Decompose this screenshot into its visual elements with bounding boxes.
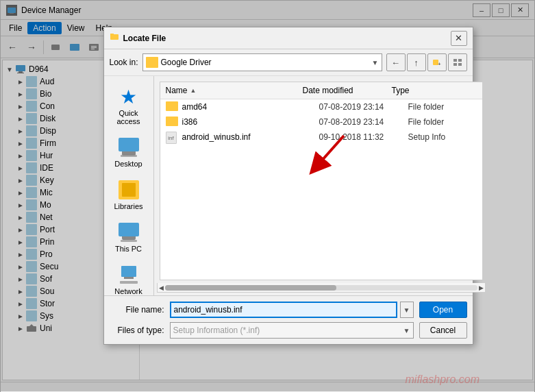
file-date-i386: 07-08-2019 23:14 [319,117,408,127]
sidebar-quick-access[interactable]: ★ Quick access [104,82,153,130]
column-name[interactable]: Name ▲ [160,84,297,97]
locate-file-dialog: Locate File ✕ Look in: Google Driver ▼ ←… [103,27,473,345]
filetype-dropdown[interactable]: Setup Information (*.inf) ▼ [170,322,414,339]
scrollbar-track[interactable] [165,285,477,291]
dialog-overlay: Locate File ✕ Look in: Google Driver ▼ ←… [1,1,534,391]
svg-text:+: + [438,61,441,67]
lookin-value: Google Driver [161,58,369,67]
sort-arrow: ▲ [190,87,197,94]
nav-new-folder-button[interactable]: + [427,53,447,71]
filetype-label: Files of type: [110,326,164,335]
sidebar-network[interactable]: Network [104,260,153,299]
dialog-sidebar: ★ Quick access Desktop [104,76,154,295]
file-name-amd64: amd64 [182,102,319,112]
sidebar-this-pc[interactable]: This PC [104,217,153,257]
sidebar-this-pc-label: This PC [115,245,142,253]
dialog-nav-buttons: ← ↑ + [386,53,467,71]
dialog-title-text: Locate File [123,34,451,43]
sidebar-network-label: Network [114,287,142,295]
cancel-button[interactable]: Cancel [419,322,467,339]
file-type-i386: File folder [408,117,477,127]
file-type-amd64: File folder [408,102,477,112]
column-date[interactable]: Date modified [297,84,386,97]
file-item-i386[interactable]: i386 07-08-2019 23:14 File folder [160,114,482,130]
inf-file-icon: inf [166,132,178,143]
nav-up-button[interactable]: ↑ [407,53,426,71]
nav-back-button[interactable]: ← [386,53,406,71]
scroll-right-arrow[interactable]: ▶ [479,284,484,291]
sidebar-libraries[interactable]: Libraries [104,175,153,215]
sidebar-libraries-label: Libraries [114,202,142,210]
folder-icon-i386 [166,117,178,127]
svg-rect-18 [453,59,457,62]
dialog-title-bar: Locate File ✕ [104,27,473,49]
filename-label: File name: [110,305,164,315]
sidebar-desktop-label: Desktop [114,160,142,168]
file-list-header: Name ▲ Date modified Type [160,82,482,99]
file-list: Name ▲ Date modified Type amd64 [160,82,483,280]
filetype-dropdown-arrow: ▼ [403,327,410,334]
file-type-android-winusb: Setup Info [408,132,477,142]
lookin-dropdown-arrow: ▼ [372,59,379,66]
file-item-amd64[interactable]: amd64 07-08-2019 23:14 File folder [160,99,482,114]
lookin-label: Look in: [110,58,138,67]
network-icon [118,264,140,286]
scroll-left-arrow[interactable]: ◀ [159,284,164,291]
filetype-row: Files of type: Setup Information (*.inf)… [110,322,467,339]
dialog-body: ★ Quick access Desktop [104,76,473,295]
svg-rect-21 [458,63,462,66]
dialog-icon [110,32,119,44]
folder-icon-amd64 [166,101,178,112]
svg-rect-14 [110,34,119,40]
desktop-icon [118,136,140,158]
svg-rect-20 [453,63,457,66]
folder-icon [146,57,158,68]
file-date-android-winusb: 09-10-2018 11:32 [319,132,408,142]
sidebar-desktop[interactable]: Desktop [104,132,153,172]
open-button[interactable]: Open [419,302,467,318]
this-pc-icon [118,221,140,243]
file-item-android-winusb[interactable]: inf android_winusb.inf 09-10-2018 11:32 … [160,130,482,145]
filename-input-wrap: ▼ [170,302,414,318]
scrollbar-thumb[interactable] [165,285,337,291]
filename-input[interactable] [170,302,397,318]
lookin-dropdown[interactable]: Google Driver ▼ [142,53,382,71]
filetype-value: Setup Information (*.inf) [173,326,260,335]
file-list-container: Name ▲ Date modified Type amd64 [154,76,488,295]
nav-view-button[interactable] [448,53,467,71]
horizontal-scrollbar[interactable]: ◀ ▶ [157,283,486,293]
dialog-toolbar: Look in: Google Driver ▼ ← ↑ + [104,49,473,76]
filename-row: File name: ▼ Open [110,302,467,318]
svg-rect-19 [458,59,462,62]
sidebar-quick-access-label: Quick access [107,109,151,125]
libraries-icon [118,179,140,201]
dialog-close-button[interactable]: ✕ [451,31,467,46]
quick-access-icon: ★ [118,86,140,108]
file-name-android-winusb: android_winusb.inf [182,132,319,142]
dialog-bottom: File name: ▼ Open Files of type: Setup I… [104,295,473,344]
device-manager-window: Device Manager – □ ✕ File Action View He… [0,0,535,392]
file-name-i386: i386 [182,117,319,127]
column-type[interactable]: Type [386,84,455,97]
svg-rect-15 [110,34,114,35]
file-date-amd64: 07-08-2019 23:14 [319,102,408,112]
filename-dropdown-arrow[interactable]: ▼ [400,302,414,318]
